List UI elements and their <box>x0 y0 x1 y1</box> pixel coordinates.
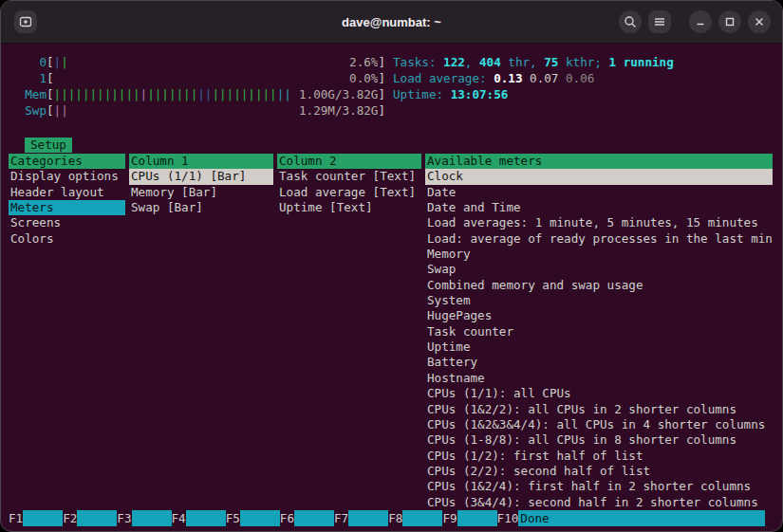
category-item[interactable]: Meters <box>9 200 125 215</box>
menu-button[interactable] <box>648 10 671 33</box>
available-meter-item[interactable]: Memory <box>425 247 773 262</box>
bracket: [ <box>47 54 54 70</box>
fkey-button[interactable]: F3 <box>117 510 171 526</box>
meter-label: Mem <box>25 86 47 102</box>
available-meter-item[interactable]: Load: average of ready processes in the … <box>425 231 773 247</box>
load-average-text: Load average: 0.13 0.07 0.06 <box>393 70 594 86</box>
fkey-action-label <box>294 510 334 526</box>
fkey-label: F3 <box>117 510 131 526</box>
bracket: [ <box>47 70 54 86</box>
bracket: [ <box>47 102 54 119</box>
panel-header: Categories <box>9 154 125 169</box>
minimize-icon <box>695 16 706 28</box>
available-meter-item[interactable]: CPUs (3&4/4): second half in 2 shorter c… <box>425 495 773 510</box>
available-meter-item[interactable]: Combined memory and swap usage <box>425 278 773 293</box>
available-meters-list: ClockDateDate and TimeLoad averages: 1 m… <box>425 169 773 510</box>
swap-bar-ticks: || <box>54 102 299 119</box>
category-item[interactable]: Screens <box>9 215 125 230</box>
available-meter-item[interactable]: Hostname <box>425 371 773 386</box>
fkey-button[interactable]: F7 <box>334 510 388 526</box>
panel-column-1: Column 1 CPUs (1/1) [Bar]Memory [Bar]Swa… <box>129 154 273 510</box>
cpu0-bar-ticks: || <box>54 54 349 70</box>
available-meter-item[interactable]: System <box>425 293 773 308</box>
cpu1-bar-ticks <box>54 70 349 86</box>
available-meter-item[interactable]: Date and Time <box>425 200 773 215</box>
available-meter-item[interactable]: CPUs (2/2): second half of list <box>425 464 773 479</box>
fkey-action-label <box>402 510 442 526</box>
uptime-text: Uptime: 13:07:56 <box>393 86 508 102</box>
available-meter-item[interactable]: Swap <box>425 262 773 277</box>
meter-label: 0 <box>25 54 47 70</box>
available-meter-item[interactable]: Load averages: 1 minute, 5 minutes, 15 m… <box>425 215 773 230</box>
bracket: [ <box>47 86 54 102</box>
memory-meter: Mem[|||||||||||||||||||||||||||||||||1.0… <box>25 86 385 102</box>
category-item[interactable]: Display options <box>9 169 125 184</box>
fkey-button[interactable]: F5 <box>226 510 280 526</box>
fkey-button[interactable]: F10Done <box>497 510 765 526</box>
hamburger-icon <box>653 15 666 28</box>
memory-bar-ticks: ||||||||||||||||||||||||||||||||| <box>54 86 299 102</box>
terminal-screen[interactable]: 0[||2.6%] Tasks: 122, 404 thr, 75 kthr; … <box>1 43 782 531</box>
fkey-label: F1 <box>9 510 23 526</box>
fkey-button[interactable]: F9 <box>442 510 496 526</box>
fkey-action-label <box>23 510 63 526</box>
fkey-label: F2 <box>63 510 77 526</box>
category-item[interactable]: Colors <box>9 231 125 247</box>
fkey-action-label: Done <box>518 510 765 526</box>
maximize-button[interactable] <box>718 10 741 33</box>
available-meter-item[interactable]: CPUs (1/2): first half of list <box>425 449 773 464</box>
meter-label: Swp <box>25 102 47 119</box>
fkey-button[interactable]: F8 <box>388 510 442 526</box>
tasks-text: Tasks: 122, 404 thr, 75 kthr; 1 running <box>393 54 674 70</box>
maximize-icon <box>724 16 736 28</box>
cpu0-percent: 2.6% <box>349 54 378 70</box>
htop-header-meters: 0[||2.6%] Tasks: 122, 404 thr, 75 kthr; … <box>25 54 774 119</box>
category-item[interactable]: Header layout <box>9 185 125 200</box>
fkey-action-label <box>240 510 280 526</box>
available-meter-item[interactable]: HugePages <box>425 308 773 323</box>
column-2-meter-list: Task counter [Text]Load average [Text]Up… <box>277 169 421 215</box>
meter-item[interactable]: Load average [Text] <box>277 185 421 200</box>
available-meter-item[interactable]: Date <box>425 185 773 200</box>
minimize-button[interactable] <box>689 10 712 33</box>
bracket: ] <box>378 86 385 102</box>
meter-item[interactable]: Task counter [Text] <box>277 169 421 184</box>
fkey-action-label <box>186 510 226 526</box>
new-tab-button[interactable] <box>14 10 37 33</box>
close-icon <box>754 16 765 28</box>
panel-header: Column 2 <box>277 154 421 169</box>
titlebar: dave@numbat: ~ <box>1 1 782 44</box>
meter-item[interactable]: Memory [Bar] <box>129 185 273 200</box>
available-meter-item[interactable]: Uptime <box>425 339 773 355</box>
available-meter-item[interactable]: Battery <box>425 355 773 370</box>
available-meter-item[interactable]: CPUs (1&2/4): first half in 2 shorter co… <box>425 479 773 494</box>
fkey-action-label <box>348 510 388 526</box>
bracket: ] <box>378 70 385 86</box>
column-1-meter-list: CPUs (1/1) [Bar]Memory [Bar]Swap [Bar] <box>129 169 273 215</box>
search-icon <box>624 15 637 28</box>
fkey-button[interactable]: F1 <box>9 510 63 526</box>
panel-header: Available meters <box>425 154 773 169</box>
available-meter-item[interactable]: CPUs (1&2/2): all CPUs in 2 shorter colu… <box>425 402 773 417</box>
available-meter-item[interactable]: Task counter <box>425 324 773 339</box>
fkey-label: F8 <box>388 510 402 526</box>
bracket: ] <box>378 102 385 119</box>
categories-list: Display optionsHeader layoutMetersScreen… <box>9 169 125 247</box>
available-meter-item[interactable]: CPUs (1&2&3&4/4): all CPUs in 4 shorter … <box>425 417 773 432</box>
fkey-action-label <box>77 510 117 526</box>
fkey-action-label <box>132 510 172 526</box>
swap-meter: Swp[||1.29M/3.82G] <box>25 102 385 119</box>
meter-item[interactable]: CPUs (1/1) [Bar] <box>129 169 273 184</box>
meter-item[interactable]: Uptime [Text] <box>277 200 421 215</box>
close-button[interactable] <box>748 10 771 33</box>
fkey-button[interactable]: F2 <box>63 510 117 526</box>
available-meter-item[interactable]: CPUs (1-8/8): all CPUs in 8 shorter colu… <box>425 432 773 448</box>
cpu0-meter: 0[||2.6%] <box>25 54 385 70</box>
available-meter-item[interactable]: Clock <box>425 169 773 184</box>
meter-item[interactable]: Swap [Bar] <box>129 200 273 215</box>
available-meter-item[interactable]: CPUs (1/1): all CPUs <box>425 386 773 401</box>
fkey-button[interactable]: F6 <box>280 510 334 526</box>
fkey-button[interactable]: F4 <box>172 510 226 526</box>
panel-header: Column 1 <box>129 154 273 169</box>
search-button[interactable] <box>619 10 642 33</box>
